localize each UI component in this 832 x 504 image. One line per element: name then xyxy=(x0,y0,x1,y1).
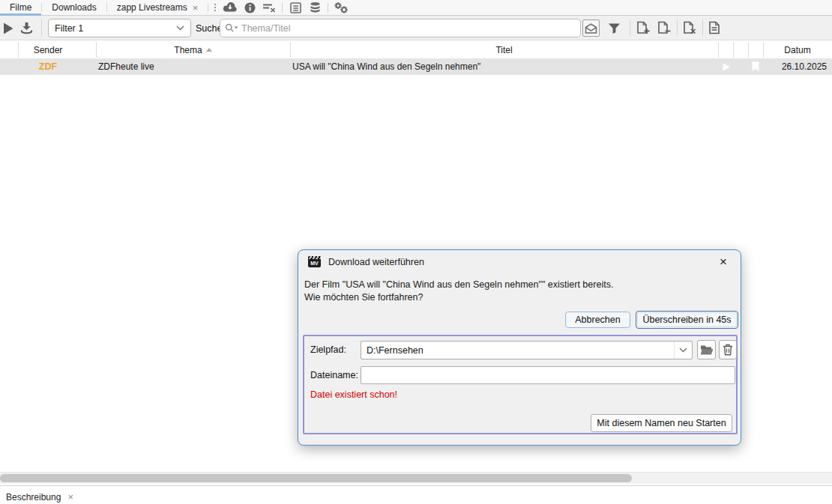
filter-select-value: Filter 1 xyxy=(55,23,83,34)
chevron-down-icon[interactable] xyxy=(674,341,692,359)
filename-panel: Zielpfad: Dateiname: Datei existiert sch… xyxy=(303,335,738,434)
restart-with-name-button[interactable]: Mit diesem Namen neu Starten xyxy=(591,414,732,432)
cell-thema: ZDFheute live xyxy=(98,58,286,75)
tab-close-icon[interactable]: × xyxy=(193,3,199,13)
search-input[interactable] xyxy=(241,23,576,34)
message-line-2: Wie möchten Sie fortfahren? xyxy=(304,291,613,304)
dateiname-label: Dateiname: xyxy=(310,370,358,380)
folder-icon xyxy=(700,344,714,355)
toolbar-drag-handle-icon xyxy=(214,3,217,12)
column-label: Sender xyxy=(34,45,63,55)
app-window: Filme Downloads zapp Livestreams × xyxy=(0,0,832,504)
cell-titel: USA will "China Wind aus den Segeln nehm… xyxy=(292,58,712,75)
chevron-down-icon xyxy=(176,25,184,31)
tab-downloads-label: Downloads xyxy=(52,2,96,13)
search-field[interactable] xyxy=(220,19,581,37)
tab-beschreibung[interactable]: Beschreibung × xyxy=(6,490,73,504)
zielpfad-label: Zielpfad: xyxy=(310,344,346,355)
play-icon[interactable] xyxy=(1,21,16,35)
cell-sender: ZDF xyxy=(0,58,96,75)
filter-remove-icon[interactable] xyxy=(655,20,672,35)
scrollbar-thumb[interactable] xyxy=(0,474,632,482)
column-label: Thema xyxy=(174,45,202,55)
bottom-divider xyxy=(0,485,832,486)
database-icon[interactable] xyxy=(305,1,325,15)
tab-filme[interactable]: Filme xyxy=(0,0,41,15)
column-divider[interactable] xyxy=(763,42,764,58)
funnel-icon[interactable] xyxy=(606,21,621,35)
file-exists-error: Datei existiert schon! xyxy=(310,389,397,400)
tab-zapp-label: zapp Livestreams xyxy=(117,2,187,13)
column-divider[interactable] xyxy=(290,42,291,58)
main-toolbar xyxy=(213,0,351,15)
dialog-message: Der Film "USA will "China Wind aus den S… xyxy=(304,279,613,304)
search-icon xyxy=(225,23,238,33)
dialog-titlebar: MV Download weiterführen xyxy=(308,256,424,267)
toolbar-separator xyxy=(702,19,703,36)
column-label: Titel xyxy=(495,45,512,55)
load-filmlist-cloud-icon[interactable] xyxy=(220,1,240,15)
dateiname-input[interactable] xyxy=(361,366,735,384)
tab-separator xyxy=(208,3,208,12)
mail-open-toggle[interactable] xyxy=(582,19,600,37)
column-header-sender[interactable]: Sender xyxy=(0,41,96,58)
main-tabbar: Filme Downloads zapp Livestreams × xyxy=(0,0,832,16)
film-info-icon[interactable] xyxy=(240,1,259,15)
zielpfad-input[interactable] xyxy=(361,345,674,356)
download-icon[interactable] xyxy=(18,21,34,35)
cell-datum: 26.10.2025 xyxy=(763,58,827,75)
toolbar-separator xyxy=(630,19,630,36)
row-download-icon[interactable] xyxy=(733,58,748,75)
filter-select[interactable]: Filter 1 xyxy=(48,19,191,37)
zielpfad-combobox[interactable] xyxy=(361,341,693,359)
filter-reset-icon[interactable] xyxy=(259,1,279,15)
column-divider[interactable] xyxy=(96,42,97,58)
table-row[interactable]: ZDF ZDFheute live USA will "China Wind a… xyxy=(0,58,832,75)
trash-icon xyxy=(723,344,733,356)
filter-delete-icon[interactable] xyxy=(681,20,697,35)
column-divider[interactable] xyxy=(748,42,749,58)
toolbar-separator xyxy=(677,19,678,36)
column-divider[interactable] xyxy=(733,42,734,58)
toolbar-separator xyxy=(328,3,328,13)
table-header: Sender Thema Titel Datum xyxy=(0,41,832,58)
message-line-1: Der Film "USA will "China Wind aus den S… xyxy=(304,279,613,291)
tab-close-icon[interactable]: × xyxy=(67,492,73,502)
horizontal-scrollbar[interactable] xyxy=(0,472,832,484)
tab-downloads[interactable]: Downloads xyxy=(42,0,106,15)
sort-ascending-icon xyxy=(206,48,212,52)
column-header-titel[interactable]: Titel xyxy=(290,41,718,58)
abort-button[interactable]: Abbrechen xyxy=(565,312,630,328)
column-header-thema[interactable]: Thema xyxy=(96,41,290,58)
toolbar-separator xyxy=(41,19,42,36)
filter-rename-icon[interactable] xyxy=(706,20,723,35)
column-label: Datum xyxy=(784,45,810,55)
choose-folder-button[interactable] xyxy=(697,340,716,359)
row-play-icon[interactable] xyxy=(718,58,733,75)
toolbar-separator xyxy=(282,3,283,13)
film-list-icon[interactable] xyxy=(286,1,305,15)
column-divider[interactable] xyxy=(718,42,719,58)
column-header-datum[interactable]: Datum xyxy=(763,41,832,58)
settings-gears-icon[interactable] xyxy=(331,1,351,15)
column-divider[interactable] xyxy=(18,42,19,58)
filter-add-icon[interactable] xyxy=(634,20,651,35)
download-continue-dialog: MV Download weiterführen × Der Film "USA… xyxy=(298,249,741,446)
tab-beschreibung-label: Beschreibung xyxy=(6,492,61,503)
dialog-title: Download weiterführen xyxy=(328,257,424,267)
delete-history-button[interactable] xyxy=(719,340,737,359)
overwrite-button[interactable]: Überschreiben in 45s xyxy=(636,311,738,329)
tab-zapp-livestreams[interactable]: zapp Livestreams × xyxy=(107,0,208,15)
row-bookmark-icon[interactable] xyxy=(748,58,763,75)
filter-toolbar: Filter 1 Suche: xyxy=(0,16,832,40)
mediathekview-logo-icon: MV xyxy=(308,256,321,267)
tab-filme-label: Filme xyxy=(10,2,31,13)
dialog-close-icon[interactable]: × xyxy=(716,254,731,269)
